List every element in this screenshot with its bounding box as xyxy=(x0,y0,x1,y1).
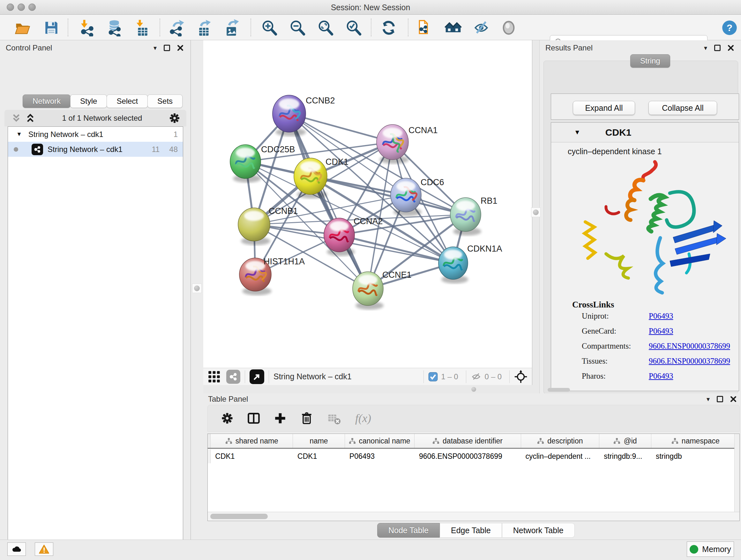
export-table-button[interactable] xyxy=(195,19,213,37)
column-header-canonical-name[interactable]: canonical name xyxy=(345,434,414,448)
collapse-arrow-icon[interactable]: ▼ xyxy=(16,131,22,138)
save-session-button[interactable] xyxy=(43,19,60,37)
import-network-database-button[interactable] xyxy=(105,19,123,37)
show-columns-icon[interactable] xyxy=(247,411,261,425)
panel-menu-icon[interactable]: ▾ xyxy=(706,395,710,403)
node-CCNE1[interactable] xyxy=(353,272,384,310)
import-network-file-button[interactable] xyxy=(78,19,96,37)
crosslink-link[interactable]: 9606.ENSP00000378699 xyxy=(649,341,730,351)
node-CCNB1[interactable] xyxy=(238,208,270,245)
collapse-all-icon[interactable] xyxy=(11,113,22,124)
table-cell[interactable]: P06493 xyxy=(345,449,414,463)
export-network-button[interactable] xyxy=(167,19,185,37)
right-splitter-handle[interactable] xyxy=(531,207,541,217)
node-result-header[interactable]: ▼ CDK1 xyxy=(551,123,739,142)
table-cell[interactable]: CDK1 xyxy=(211,449,293,463)
crosslink-link[interactable]: 9606.ENSP00000378699 xyxy=(649,357,730,366)
zoom-selected-button[interactable] xyxy=(345,19,362,37)
zoom-in-button[interactable] xyxy=(260,19,278,37)
column-header-shared-name[interactable]: shared name xyxy=(211,434,293,448)
tab-network-table[interactable]: Network Table xyxy=(502,523,575,538)
tab-style[interactable]: Style xyxy=(70,95,107,108)
left-splitter-handle[interactable] xyxy=(192,284,202,293)
expand-all-button[interactable]: Expand All xyxy=(573,101,635,115)
network-view-icon[interactable] xyxy=(226,370,240,384)
add-column-icon[interactable] xyxy=(273,412,287,425)
column-header--id[interactable]: @id xyxy=(599,434,651,448)
node-CDC25B[interactable] xyxy=(230,145,261,183)
gear-icon[interactable] xyxy=(169,112,181,124)
table-row[interactable]: CDK1CDK1P064939606.ENSP00000378699cyclin… xyxy=(208,449,740,463)
float-panel-icon[interactable] xyxy=(717,396,723,402)
node-CCNA1[interactable] xyxy=(377,125,409,164)
crosslink-link[interactable]: P06493 xyxy=(649,372,673,381)
string-import-button[interactable] xyxy=(415,19,433,37)
node-RB1[interactable] xyxy=(450,198,481,236)
horizontal-splitter-handle[interactable] xyxy=(471,387,476,392)
network-canvas[interactable]: CCNB2CCNA1CDC25BCDK1CDC6RB1CCNB1CCNA2CDK… xyxy=(203,40,532,368)
node-CDK1[interactable] xyxy=(294,158,327,199)
apply-layout-button[interactable] xyxy=(380,19,398,37)
tab-string[interactable]: String xyxy=(630,54,670,68)
table-cell[interactable]: stringdb xyxy=(651,449,740,463)
scrollbar-thumb[interactable] xyxy=(210,514,268,519)
node-CDC6[interactable] xyxy=(391,178,421,216)
network-collection-row[interactable]: ▼ String Network – cdk1 1 xyxy=(8,127,183,142)
memory-button[interactable]: Memory xyxy=(687,542,734,557)
cloud-status-button[interactable] xyxy=(7,543,26,556)
birdseye-icon[interactable] xyxy=(514,370,528,383)
crosslink-link[interactable]: P06493 xyxy=(649,312,673,320)
close-panel-icon[interactable] xyxy=(728,45,734,51)
column-header-namespace[interactable]: namespace xyxy=(651,434,740,448)
open-session-button[interactable] xyxy=(13,19,31,37)
column-header-name[interactable]: name xyxy=(293,434,345,448)
show-all-networks-button[interactable] xyxy=(444,19,462,37)
selected-checkbox-icon[interactable] xyxy=(428,372,438,381)
tab-sets[interactable]: Sets xyxy=(147,95,183,108)
close-panel-icon[interactable] xyxy=(730,396,737,402)
function-builder-button[interactable]: f(x) xyxy=(355,412,371,425)
delete-table-icon[interactable] xyxy=(327,411,341,426)
expand-all-icon[interactable] xyxy=(25,113,36,124)
show-hidden-button[interactable] xyxy=(500,19,518,37)
zoom-out-button[interactable] xyxy=(288,19,307,37)
hidden-eye-icon[interactable] xyxy=(471,371,482,382)
node-CDKN1A[interactable] xyxy=(439,247,468,284)
warnings-button[interactable] xyxy=(35,543,53,556)
table-cell[interactable]: stringdb:9... xyxy=(599,449,651,463)
panel-menu-icon[interactable]: ▾ xyxy=(153,44,157,52)
table-settings-gear-icon[interactable] xyxy=(220,412,234,425)
import-table-file-button[interactable] xyxy=(133,19,151,37)
close-panel-icon[interactable] xyxy=(177,45,184,51)
crosslink-link[interactable]: P06493 xyxy=(649,327,673,335)
tab-select[interactable]: Select xyxy=(107,95,148,108)
export-image-button[interactable] xyxy=(223,19,241,37)
tab-node-table[interactable]: Node Table xyxy=(377,523,440,538)
table-cell[interactable]: CDK1 xyxy=(293,449,345,463)
node-CCNB2[interactable] xyxy=(273,95,306,136)
horizontal-splitter[interactable] xyxy=(203,385,532,393)
float-panel-icon[interactable] xyxy=(164,45,170,51)
network-row[interactable]: String Network – cdk1 11 48 xyxy=(8,142,183,157)
hide-unhide-button[interactable] xyxy=(472,19,490,37)
detach-view-icon[interactable] xyxy=(250,369,264,384)
table-horizontal-scrollbar[interactable] xyxy=(208,512,740,521)
node-CCNA2[interactable] xyxy=(324,218,355,256)
help-button[interactable]: ? xyxy=(721,19,738,37)
table-cell[interactable]: cyclin–dependent ... xyxy=(521,449,599,463)
left-splitter[interactable] xyxy=(191,40,203,540)
delete-column-icon[interactable] xyxy=(300,411,314,425)
tab-edge-table[interactable]: Edge Table xyxy=(440,523,502,538)
table-cell[interactable]: 9606.ENSP00000378699 xyxy=(414,449,521,463)
panel-menu-icon[interactable]: ▾ xyxy=(704,44,707,52)
zoom-fit-button[interactable] xyxy=(317,19,334,37)
table-vertical-scrollbar[interactable] xyxy=(734,434,739,521)
collapse-arrow-icon[interactable]: ▼ xyxy=(574,129,581,136)
float-panel-icon[interactable] xyxy=(714,45,721,51)
collapse-all-button[interactable]: Collapse All xyxy=(649,101,717,115)
column-header-database-identifier[interactable]: database identifier xyxy=(414,434,521,448)
column-header-description[interactable]: description xyxy=(521,434,600,448)
grid-view-icon[interactable] xyxy=(208,370,220,383)
results-scrollbar-thumb[interactable] xyxy=(548,388,570,392)
tab-network[interactable]: Network xyxy=(23,95,71,108)
